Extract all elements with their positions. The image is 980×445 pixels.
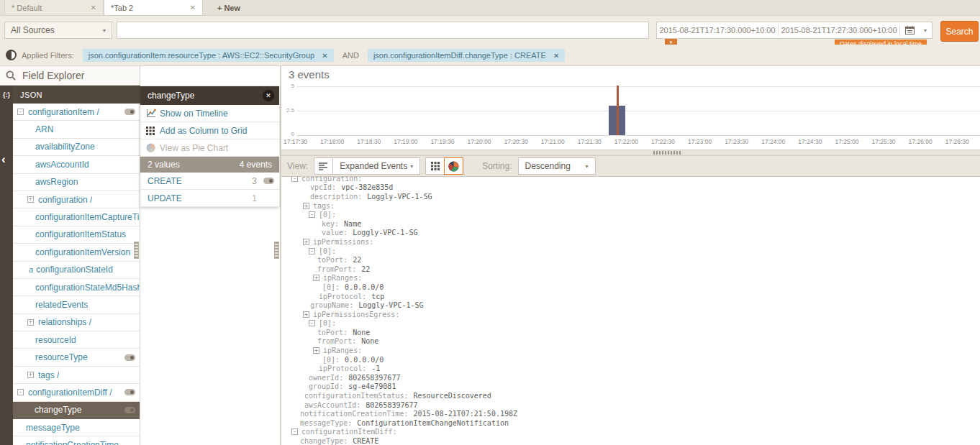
- expand-toggle-icon[interactable]: +: [303, 203, 309, 209]
- new-tab-button[interactable]: + New: [217, 0, 240, 15]
- field-label: configurationItemCaptureTim: [35, 212, 140, 222]
- field-item-resourceid[interactable]: resourceId: [13, 331, 140, 349]
- eye-icon[interactable]: [124, 389, 135, 395]
- grid-view-button[interactable]: [425, 157, 445, 175]
- search-button[interactable]: Search: [940, 21, 979, 42]
- gridline: [297, 111, 980, 111]
- eye-icon[interactable]: [124, 109, 135, 115]
- field-item-configurationitem[interactable]: -configurationItem /: [13, 104, 140, 121]
- filter-chip[interactable]: json.configurationItem.resourceType : AW…: [83, 49, 334, 62]
- source-selector[interactable]: All Sources ▾: [4, 22, 112, 39]
- date-range-picker[interactable]: 2015-08-21T17:17:30.000+10:00 2015-08-21…: [656, 22, 933, 39]
- value-row-create[interactable]: CREATE 3: [140, 173, 279, 190]
- expand-toggle-icon[interactable]: +: [303, 239, 309, 245]
- collapse-toggle-icon[interactable]: -: [17, 109, 24, 115]
- tab-default[interactable]: * Default ✕: [4, 0, 104, 15]
- expand-toggle-icon[interactable]: +: [303, 311, 309, 318]
- json-group-header[interactable]: JSON: [13, 86, 140, 104]
- event-key: tags:: [313, 202, 335, 210]
- collapse-panel-icon[interactable]: ‹: [1, 153, 6, 165]
- field-label: configurationItem /: [28, 107, 99, 117]
- field-item-configurationitemdiff[interactable]: -configurationItemDiff /: [13, 384, 140, 401]
- eye-icon[interactable]: [124, 407, 135, 413]
- field-item-relationships[interactable]: +relationships /: [13, 314, 140, 331]
- field-label: resourceId: [35, 335, 76, 345]
- expand-toggle-icon[interactable]: +: [27, 196, 34, 203]
- field-item-configurationstateid[interactable]: aconfigurationStateId: [13, 262, 140, 279]
- field-item-configurationitemcapturetim[interactable]: configurationItemCaptureTim: [13, 208, 140, 226]
- event-line: messageType:ConfigurationItemChangeNotif…: [289, 418, 980, 428]
- field-item-relatedevents[interactable]: relatedEvents: [13, 296, 140, 313]
- date-from-field[interactable]: 2015-08-21T17:17:30.000+10:00: [657, 26, 778, 35]
- event-line: toPort:None: [289, 328, 980, 337]
- field-item-availabilityzone[interactable]: availabilityZone: [13, 139, 140, 156]
- scrollbar-grip[interactable]: [653, 151, 682, 155]
- field-type-icon: a: [29, 265, 33, 274]
- close-icon[interactable]: ✕: [263, 90, 274, 101]
- collapse-toggle-icon[interactable]: -: [291, 177, 298, 182]
- view-mode-dropdown[interactable]: Expanded Events ▾: [332, 157, 420, 175]
- field-item-configurationitemstatus[interactable]: configurationItemStatus: [13, 226, 140, 244]
- calendar-icon[interactable]: [900, 26, 919, 35]
- x-tick-label: 17:21:30: [578, 138, 602, 145]
- remove-filter-icon[interactable]: ✕: [553, 52, 559, 60]
- event-key: vpcId:: [310, 183, 336, 191]
- panel-resize-handle[interactable]: [134, 242, 139, 259]
- field-item-awsaccountid[interactable]: awsAccountId: [13, 156, 140, 173]
- field-item-configurationstatemd5hash[interactable]: configurationStateMd5Hash: [13, 279, 140, 296]
- event-key: fromPort:: [317, 265, 356, 273]
- add-column-to-grid-item[interactable]: Add as Column to Grid: [140, 122, 279, 139]
- field-item-awsregion[interactable]: awsRegion: [13, 174, 140, 191]
- remove-filter-icon[interactable]: ✕: [322, 52, 327, 60]
- list-view-button[interactable]: [314, 157, 333, 175]
- event-value: 22: [353, 256, 361, 264]
- field-item-changetype[interactable]: changeType: [13, 402, 140, 419]
- field-item-notificationcreationtime[interactable]: notificationCreationTime: [13, 436, 140, 445]
- field-item-resourcetype[interactable]: resourceType: [13, 349, 140, 366]
- collapse-toggle-icon[interactable]: -: [17, 389, 24, 395]
- show-on-timeline-item[interactable]: Show on Timeline: [140, 105, 279, 122]
- event-key: groupName:: [310, 301, 353, 309]
- field-item-messagetype[interactable]: messageType: [13, 419, 140, 436]
- sorting-label: Sorting:: [482, 161, 512, 171]
- collapse-toggle-icon[interactable]: -: [309, 211, 315, 218]
- view-as-pie-chart-item: View as Pie Chart: [140, 139, 279, 157]
- field-item-arn[interactable]: ARN: [13, 121, 140, 138]
- event-line: -[0]:: [289, 210, 980, 219]
- expand-toggle-icon[interactable]: +: [27, 372, 34, 378]
- x-tick-label: 17:26:00: [909, 138, 933, 145]
- field-label: awsRegion: [35, 177, 78, 187]
- sorting-dropdown[interactable]: Descending ▾: [518, 157, 596, 175]
- chevron-down-icon: ▾: [410, 163, 413, 170]
- collapse-toggle-icon[interactable]: -: [309, 248, 315, 254]
- event-key: ipPermissions:: [313, 238, 373, 246]
- view-label: View:: [287, 161, 308, 171]
- filters-toggle-icon[interactable]: [6, 50, 17, 60]
- applied-filters-label: Applied Filters:: [22, 51, 74, 60]
- expand-toggle-icon[interactable]: +: [27, 319, 34, 326]
- close-icon[interactable]: ✕: [91, 4, 96, 12]
- expand-toggle-icon[interactable]: +: [313, 347, 319, 354]
- eye-icon[interactable]: [263, 178, 274, 184]
- pie-view-button[interactable]: [444, 157, 463, 175]
- date-to-field[interactable]: 2015-08-21T17:27:30.000+10:00: [779, 26, 899, 35]
- tab-2[interactable]: *Tab 2 ✕: [104, 0, 203, 15]
- filter-chip[interactable]: json.configurationItemDiff.changeType : …: [368, 49, 565, 62]
- collapse-toggle-icon[interactable]: -: [291, 428, 298, 435]
- field-item-configurationitemversion[interactable]: configurationItemVersion: [13, 244, 140, 261]
- panel-resize-handle[interactable]: [274, 242, 279, 259]
- event-line: notificationCreationTime:2015-08-21T07:2…: [289, 409, 980, 418]
- collapse-toggle-icon[interactable]: -: [309, 320, 315, 326]
- changetype-popup: changeType ✕ Show on Timeline: [140, 86, 279, 207]
- expand-toggle-icon[interactable]: +: [313, 275, 319, 281]
- search-input[interactable]: [117, 22, 649, 39]
- field-label: configurationStateMd5Hash: [35, 283, 140, 293]
- value-row-update[interactable]: UPDATE 1: [140, 190, 279, 207]
- search-icon: [6, 70, 16, 81]
- chevron-down-icon[interactable]: ▾: [919, 27, 932, 34]
- field-item-configuration[interactable]: +configuration /: [13, 191, 140, 208]
- eye-icon[interactable]: [124, 354, 135, 361]
- field-item-tags[interactable]: +tags /: [13, 367, 140, 384]
- close-icon[interactable]: ✕: [190, 4, 196, 12]
- timeline-scrollbar[interactable]: [281, 150, 980, 156]
